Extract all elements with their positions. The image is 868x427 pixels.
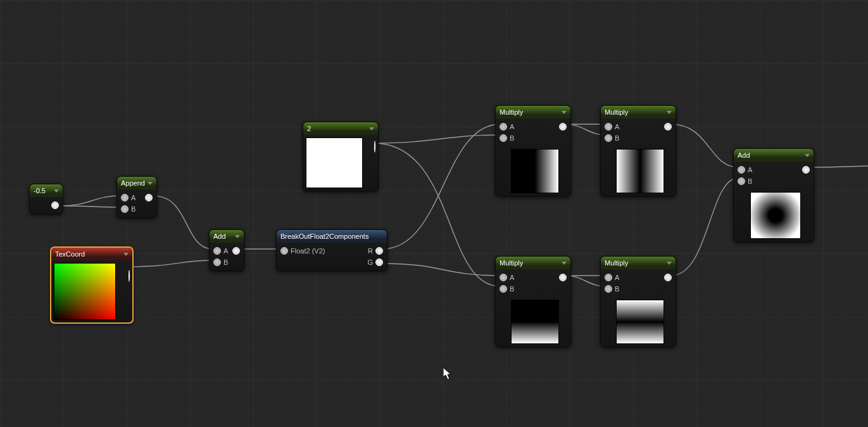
node-header[interactable]: BreakOutFloat2Components bbox=[277, 230, 387, 243]
pin-output[interactable] bbox=[51, 201, 59, 209]
node-title: Append bbox=[121, 179, 145, 187]
node-append[interactable]: Append A B bbox=[116, 176, 157, 218]
pin-output[interactable] bbox=[802, 166, 810, 174]
pin-input-a[interactable] bbox=[500, 123, 507, 131]
node-multiply-2[interactable]: Multiply A B bbox=[600, 105, 676, 196]
pin-input-float2[interactable] bbox=[280, 247, 288, 255]
node-header[interactable]: Multiply bbox=[496, 106, 570, 118]
node-title: Multiply bbox=[605, 108, 664, 116]
node-title: TexCoord bbox=[55, 250, 121, 258]
pin-input-a[interactable] bbox=[605, 123, 612, 131]
expand-icon[interactable] bbox=[667, 111, 672, 114]
expand-icon[interactable] bbox=[667, 262, 672, 265]
node-title: Add bbox=[213, 233, 232, 240]
node-title: 2 bbox=[307, 125, 367, 132]
pin-output[interactable] bbox=[145, 194, 153, 201]
pin-label: A bbox=[131, 194, 135, 201]
pin-input-a[interactable] bbox=[605, 274, 612, 281]
node-preview bbox=[306, 137, 363, 188]
pin-output-r[interactable] bbox=[375, 247, 383, 255]
node-title: Multiply bbox=[605, 259, 664, 267]
expand-icon[interactable] bbox=[54, 189, 59, 193]
node-constant-2[interactable]: 2 bbox=[303, 122, 379, 191]
node-header[interactable]: -0.5 bbox=[30, 184, 63, 197]
pin-input-a[interactable] bbox=[213, 247, 221, 255]
pin-output-g[interactable] bbox=[375, 258, 383, 266]
node-preview bbox=[616, 149, 664, 193]
node-multiply-4[interactable]: Multiply A B bbox=[600, 256, 676, 347]
pin-output[interactable] bbox=[129, 270, 130, 282]
node-title: Multiply bbox=[500, 259, 559, 267]
expand-icon[interactable] bbox=[369, 127, 374, 131]
node-title: Add bbox=[738, 151, 802, 159]
node-texcoord[interactable]: TexCoord bbox=[51, 247, 133, 323]
node-header[interactable]: Append bbox=[117, 177, 156, 189]
pin-output[interactable] bbox=[664, 123, 672, 131]
node-header[interactable]: Add bbox=[210, 230, 244, 243]
pin-label: G bbox=[367, 258, 373, 266]
node-header[interactable]: Multiply bbox=[496, 257, 570, 269]
node-title: -0.5 bbox=[34, 187, 51, 194]
pin-label: A bbox=[510, 274, 514, 281]
pin-input-b[interactable] bbox=[605, 285, 612, 293]
node-preview bbox=[511, 300, 559, 344]
expand-icon[interactable] bbox=[562, 111, 567, 114]
pin-label: B bbox=[510, 285, 514, 293]
pin-input-b[interactable] bbox=[605, 134, 612, 142]
pin-input-a[interactable] bbox=[121, 194, 129, 201]
pin-label: B bbox=[748, 177, 752, 185]
pin-label: Float2 (V2) bbox=[291, 247, 325, 255]
node-preview bbox=[750, 192, 801, 239]
node-header[interactable]: TexCoord bbox=[51, 248, 132, 260]
cursor-icon bbox=[443, 367, 452, 380]
node-preview bbox=[54, 263, 116, 320]
expand-icon[interactable] bbox=[148, 182, 153, 185]
pin-label: R bbox=[368, 247, 373, 255]
node-preview bbox=[511, 149, 559, 193]
pin-label: A bbox=[748, 166, 752, 174]
pin-label: B bbox=[510, 134, 514, 142]
pin-input-b[interactable] bbox=[500, 134, 507, 142]
pin-label: A bbox=[223, 247, 228, 255]
pin-label: B bbox=[223, 258, 228, 266]
node-constant-neg05[interactable]: -0.5 bbox=[29, 184, 63, 214]
node-multiply-3[interactable]: Multiply A B bbox=[495, 256, 571, 347]
pin-output[interactable] bbox=[664, 274, 672, 281]
node-header[interactable]: Multiply bbox=[601, 106, 676, 118]
pin-input-b[interactable] bbox=[500, 285, 507, 293]
node-title: Multiply bbox=[500, 108, 559, 116]
pin-input-a[interactable] bbox=[500, 274, 507, 281]
node-add-2[interactable]: Add A B bbox=[733, 148, 814, 242]
pin-label: A bbox=[615, 123, 619, 131]
node-break-float2[interactable]: BreakOutFloat2Components Float2 (V2) R G bbox=[276, 229, 387, 271]
node-add-1[interactable]: Add A B bbox=[209, 229, 244, 271]
material-graph-canvas[interactable]: -0.5 Append A B bbox=[0, 0, 868, 427]
node-header[interactable]: 2 bbox=[303, 122, 378, 135]
pin-output[interactable] bbox=[559, 123, 567, 131]
pin-input-a[interactable] bbox=[738, 166, 745, 174]
expand-icon[interactable] bbox=[123, 253, 129, 256]
node-header[interactable]: Multiply bbox=[601, 257, 676, 269]
node-title: BreakOutFloat2Components bbox=[280, 233, 383, 240]
pin-label: A bbox=[615, 274, 619, 281]
node-multiply-1[interactable]: Multiply A B bbox=[495, 105, 571, 196]
pin-label: B bbox=[131, 205, 135, 213]
node-header[interactable]: Add bbox=[734, 149, 814, 162]
node-preview bbox=[616, 300, 664, 344]
pin-input-b[interactable] bbox=[121, 205, 129, 213]
pin-input-b[interactable] bbox=[213, 258, 221, 266]
expand-icon[interactable] bbox=[805, 154, 810, 157]
pin-label: B bbox=[615, 285, 619, 293]
pin-label: B bbox=[615, 134, 619, 142]
expand-icon[interactable] bbox=[235, 235, 240, 238]
pin-label: A bbox=[510, 123, 514, 131]
pin-output[interactable] bbox=[559, 274, 567, 281]
pin-output[interactable] bbox=[374, 141, 375, 153]
expand-icon[interactable] bbox=[562, 262, 567, 265]
pin-output[interactable] bbox=[232, 247, 240, 255]
pin-input-b[interactable] bbox=[738, 177, 745, 185]
